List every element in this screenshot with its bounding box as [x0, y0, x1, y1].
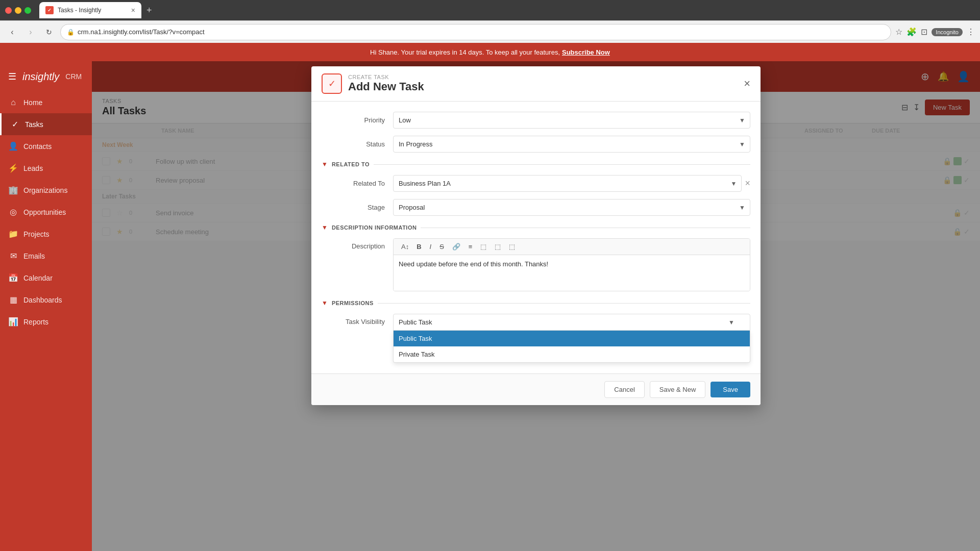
extension-icon[interactable]: 🧩	[906, 27, 917, 37]
sidebar-item-contacts[interactable]: 👤 Contacts	[0, 135, 92, 157]
priority-select[interactable]: Low Medium High	[393, 112, 750, 129]
sidebar-header: ☰ insightly CRM	[0, 61, 92, 92]
list-btn[interactable]: ≡	[465, 242, 476, 252]
contacts-icon: 👤	[8, 141, 18, 151]
task-visibility-arrow: ▼	[728, 319, 734, 326]
maximize-btn[interactable]	[24, 7, 31, 14]
format-size-btn[interactable]: A↕	[399, 242, 411, 252]
stage-row: Stage Proposal Discovery Negotiation Clo…	[322, 199, 750, 216]
home-icon: ⌂	[8, 98, 18, 107]
dropdown-option-private[interactable]: Private Task	[394, 346, 750, 362]
priority-row: Priority Low Medium High ▼	[322, 112, 750, 129]
dropdown-option-public[interactable]: Public Task	[394, 331, 750, 346]
save-new-button[interactable]: Save & New	[650, 381, 706, 398]
minimize-btn[interactable]	[15, 7, 21, 14]
profile-icon[interactable]: ⊡	[921, 27, 927, 37]
sidebar-item-dashboards[interactable]: ▦ Dashboards	[0, 289, 92, 311]
related-to-select[interactable]: Business Plan 1A	[393, 175, 742, 192]
tab-favicon: ✓	[45, 6, 54, 14]
sidebar-item-leads[interactable]: ⚡ Leads	[0, 157, 92, 179]
lock-icon: 🔒	[67, 29, 75, 36]
sidebar-item-reports[interactable]: 📊 Reports	[0, 311, 92, 333]
modal-overlay: ✓ CREATE TASK Add New Task × Priority	[92, 61, 980, 551]
related-to-chevron: ▼	[322, 161, 328, 168]
nav-actions: ☆ 🧩 ⊡ Incognito ⋮	[895, 27, 975, 37]
sidebar-item-emails[interactable]: ✉ Emails	[0, 245, 92, 267]
priority-label: Priority	[322, 116, 393, 124]
status-select[interactable]: Not Started In Progress Completed Deferr…	[393, 136, 750, 153]
task-visibility-label: Task Visibility	[322, 314, 393, 325]
sidebar: ☰ insightly CRM ⌂ Home ✓ Tasks 👤 Contact…	[0, 61, 92, 551]
task-visibility-dropdown-menu: Public Task Private Task	[393, 331, 750, 363]
sidebar-label-emails: Emails	[23, 252, 45, 260]
related-to-clear-icon[interactable]: ×	[745, 178, 750, 189]
sidebar-item-home[interactable]: ⌂ Home	[0, 92, 92, 113]
tab-title: Tasks - Insightly	[58, 7, 127, 14]
permissions-section-title: PERMISSIONS	[332, 300, 374, 306]
reports-icon: 📊	[8, 317, 18, 327]
sidebar-item-organizations[interactable]: 🏢 Organizations	[0, 179, 92, 201]
description-content: Need update before the end of this month…	[399, 260, 548, 268]
save-button[interactable]: Save	[710, 382, 750, 397]
bookmark-icon[interactable]: ☆	[895, 27, 902, 37]
main-area: ⊕ 🔔 👤 TASKS All Tasks ⊟ ↧ New Task	[92, 61, 980, 551]
section-line-permissions	[378, 303, 750, 304]
tasks-icon: ✓	[10, 119, 20, 129]
projects-icon: 📁	[8, 229, 18, 239]
menu-icon[interactable]: ⋮	[967, 27, 975, 37]
modal-body: Priority Low Medium High ▼ Status	[311, 102, 761, 373]
sidebar-item-calendar[interactable]: 📅 Calendar	[0, 267, 92, 289]
notification-bar: Hi Shane. Your trial expires in 14 days.…	[0, 43, 980, 61]
align-right-btn[interactable]: ⬚	[506, 242, 518, 252]
stage-select[interactable]: Proposal Discovery Negotiation Closed Wo…	[393, 199, 750, 216]
stage-label: Stage	[322, 204, 393, 211]
status-field: Not Started In Progress Completed Deferr…	[393, 136, 750, 153]
task-visibility-value: Public Task	[399, 318, 432, 326]
related-to-field: Business Plan 1A ▼ ×	[393, 175, 750, 192]
permissions-chevron: ▼	[322, 299, 328, 307]
dropdown-option-public-text: Public Task	[399, 335, 432, 342]
cancel-button[interactable]: Cancel	[604, 381, 644, 398]
sidebar-item-opportunities[interactable]: ◎ Opportunities	[0, 201, 92, 223]
modal: ✓ CREATE TASK Add New Task × Priority	[311, 66, 761, 405]
stage-field: Proposal Discovery Negotiation Closed Wo…	[393, 199, 750, 216]
nav-forward[interactable]: ›	[23, 25, 38, 39]
sidebar-label-tasks: Tasks	[25, 120, 43, 129]
description-section-divider: ▼ DESCRIPTION INFORMATION	[322, 224, 750, 231]
subscribe-link[interactable]: Subscribe Now	[562, 48, 610, 56]
align-left-btn[interactable]: ⬚	[477, 242, 489, 252]
modal-close-button[interactable]: ×	[744, 77, 750, 90]
tab-close-icon[interactable]: ×	[131, 6, 135, 14]
modal-header: ✓ CREATE TASK Add New Task ×	[311, 66, 761, 102]
bold-btn[interactable]: B	[413, 242, 424, 252]
nav-back[interactable]: ‹	[5, 25, 19, 39]
browser-tab[interactable]: ✓ Tasks - Insightly ×	[39, 2, 141, 18]
new-tab-icon[interactable]: +	[146, 5, 152, 16]
modal-title: Add New Task	[348, 80, 424, 93]
section-line-description	[421, 228, 750, 228]
organizations-icon: 🏢	[8, 185, 18, 195]
calendar-icon: 📅	[8, 273, 18, 283]
emails-icon: ✉	[8, 251, 18, 261]
italic-btn[interactable]: I	[427, 242, 435, 252]
nav-refresh[interactable]: ↻	[42, 25, 56, 39]
incognito-badge: Incognito	[932, 28, 963, 36]
sidebar-item-projects[interactable]: 📁 Projects	[0, 223, 92, 245]
sidebar-label-leads: Leads	[23, 164, 43, 172]
dashboards-icon: ▦	[8, 295, 18, 305]
sidebar-label-projects: Projects	[23, 230, 50, 238]
modal-title-group: CREATE TASK Add New Task	[348, 74, 424, 93]
link-btn[interactable]: 🔗	[449, 242, 463, 252]
related-to-section-divider: ▼ RELATED TO	[322, 161, 750, 168]
address-bar[interactable]: 🔒 crm.na1.insightly.com/list/Task/?v=com…	[60, 24, 891, 40]
editor-content[interactable]: Need update before the end of this month…	[394, 255, 750, 291]
opportunities-icon: ◎	[8, 207, 18, 217]
editor-toolbar: A↕ B I S 🔗 ≡ ⬚ ⬚ ⬚	[394, 239, 750, 255]
align-center-btn[interactable]: ⬚	[492, 242, 504, 252]
strikethrough-btn[interactable]: S	[436, 242, 447, 252]
sidebar-menu-toggle[interactable]: ☰	[8, 71, 16, 82]
task-visibility-select-display[interactable]: Public Task ▼	[393, 314, 750, 331]
close-btn[interactable]	[5, 7, 12, 14]
sidebar-item-tasks[interactable]: ✓ Tasks	[0, 113, 92, 135]
related-to-section-title: RELATED TO	[332, 161, 370, 167]
